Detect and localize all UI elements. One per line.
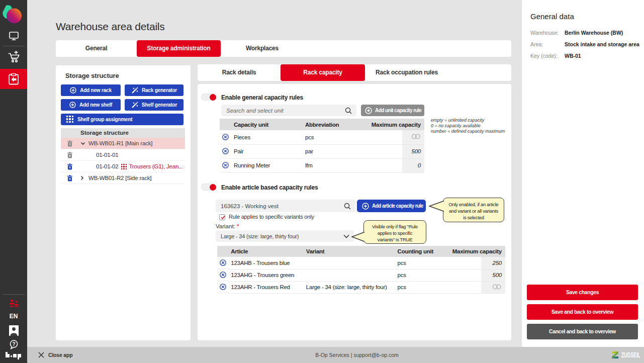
svg-text:?: ? — [12, 341, 15, 347]
